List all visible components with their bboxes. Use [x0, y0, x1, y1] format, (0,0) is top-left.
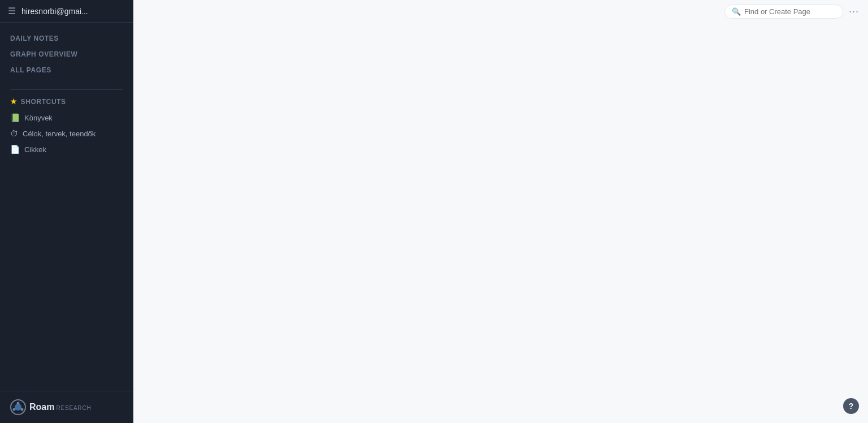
- sidebar-item-graph-overview[interactable]: GRAPH OVERVIEW: [0, 46, 133, 62]
- roam-sub: RESEARCH: [56, 405, 91, 411]
- sidebar-divider: [10, 89, 123, 90]
- hamburger-icon[interactable]: ☰: [8, 6, 16, 16]
- shortcuts-label: SHORTCUTS: [21, 98, 66, 106]
- shortcut-konyvek-label: Könyvek: [24, 114, 53, 122]
- help-button[interactable]: ?: [843, 398, 859, 414]
- sidebar-header: ☰ hiresnorbi@gmai...: [0, 0, 133, 23]
- shortcuts-header: ★ SHORTCUTS: [0, 93, 133, 110]
- star-icon: ★: [10, 97, 18, 106]
- svg-point-1: [15, 404, 21, 411]
- book-icon: 📗: [10, 113, 20, 122]
- sidebar-item-all-pages[interactable]: ALL PAGES: [0, 62, 133, 78]
- main-area: 🔍 ··· February 27th,2020Mike TysonCélok,…: [133, 0, 868, 423]
- search-icon: 🔍: [732, 7, 741, 16]
- shortcut-konyvek[interactable]: 📗 Könyvek: [0, 110, 133, 126]
- sidebar: ☰ hiresnorbi@gmai... DAILY NOTES GRAPH O…: [0, 0, 133, 423]
- shortcut-celok[interactable]: ⏱ Célok, tervek, teendők: [0, 126, 133, 141]
- shortcut-cikkek[interactable]: 📄 Cikkek: [0, 141, 133, 157]
- search-box[interactable]: 🔍: [724, 5, 843, 19]
- sidebar-nav: DAILY NOTES GRAPH OVERVIEW ALL PAGES: [0, 23, 133, 86]
- sidebar-footer: Roam RESEARCH: [0, 391, 133, 423]
- clock-icon: ⏱: [10, 129, 18, 138]
- shortcut-celok-label: Célok, tervek, teendők: [23, 130, 96, 138]
- roam-logo-text-group: Roam RESEARCH: [29, 402, 91, 412]
- doc-icon: 📄: [10, 145, 20, 154]
- sidebar-item-daily-notes[interactable]: DAILY NOTES: [0, 31, 133, 46]
- roam-logo: Roam RESEARCH: [10, 399, 91, 415]
- more-options-icon[interactable]: ···: [849, 6, 859, 18]
- topbar: 🔍 ···: [133, 0, 868, 23]
- roam-logo-icon: [10, 399, 26, 415]
- sidebar-user: hiresnorbi@gmai...: [21, 7, 88, 16]
- search-input[interactable]: [744, 7, 836, 16]
- shortcut-cikkek-label: Cikkek: [24, 145, 46, 154]
- svg-line-7: [15, 408, 15, 409]
- roam-text: Roam: [29, 402, 54, 412]
- svg-line-6: [21, 408, 22, 409]
